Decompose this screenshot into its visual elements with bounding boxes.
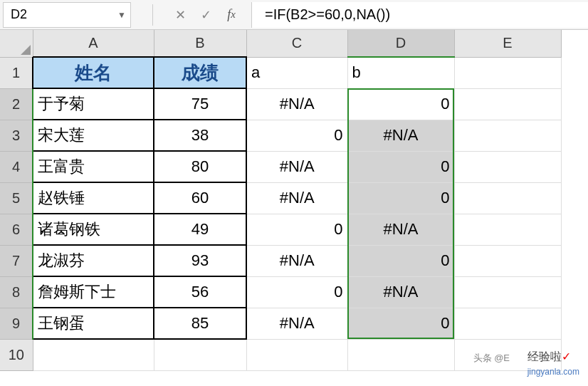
name-box-value: D2 xyxy=(11,7,27,22)
cell-D1[interactable]: b xyxy=(347,57,454,88)
cell-E3[interactable] xyxy=(454,120,561,151)
cell-E2[interactable] xyxy=(454,88,561,120)
col-header-C[interactable]: C xyxy=(246,30,347,57)
check-icon: ✓ xyxy=(562,350,571,362)
cell-C7[interactable]: #N/A xyxy=(246,245,347,276)
cell-D7[interactable]: 0 xyxy=(347,245,454,276)
enter-icon[interactable]: ✓ xyxy=(193,2,219,28)
cell-D3[interactable]: #N/A xyxy=(347,120,454,151)
cell-E8[interactable] xyxy=(454,276,561,308)
cell-E6[interactable] xyxy=(454,214,561,245)
row-header-9[interactable]: 9 xyxy=(0,308,33,339)
cell-A4[interactable]: 王富贵 xyxy=(33,151,154,182)
cell-D9[interactable]: 0 xyxy=(347,308,454,339)
cell-B10[interactable] xyxy=(154,339,246,370)
cell-D10[interactable] xyxy=(347,339,454,370)
cell-D4[interactable]: 0 xyxy=(347,151,454,182)
cell-D6[interactable]: #N/A xyxy=(347,214,454,245)
chevron-down-icon[interactable]: ▼ xyxy=(117,10,126,20)
cell-A3[interactable]: 宋大莲 xyxy=(33,120,154,151)
cell-A9[interactable]: 王钢蛋 xyxy=(33,308,154,339)
cell-C8[interactable]: 0 xyxy=(246,276,347,308)
cell-E7[interactable] xyxy=(454,245,561,276)
col-header-A[interactable]: A xyxy=(33,30,154,57)
cell-E9[interactable] xyxy=(454,308,561,339)
row-header-6[interactable]: 6 xyxy=(0,214,33,245)
cell-C10[interactable] xyxy=(246,339,347,370)
cell-C1[interactable]: a xyxy=(246,57,347,88)
cell-C2[interactable]: #N/A xyxy=(246,88,347,120)
row-header-3[interactable]: 3 xyxy=(0,120,33,151)
col-header-E[interactable]: E xyxy=(454,30,561,57)
fx-icon[interactable]: fx xyxy=(219,2,244,28)
cell-B8[interactable]: 56 xyxy=(154,276,246,308)
select-all-corner[interactable] xyxy=(0,30,33,57)
cell-E4[interactable] xyxy=(454,151,561,182)
formula-text: =IF(B2>=60,0,NA()) xyxy=(265,6,390,23)
cell-A10[interactable] xyxy=(33,339,154,370)
row-header-2[interactable]: 2 xyxy=(0,88,33,120)
cell-C3[interactable]: 0 xyxy=(246,120,347,151)
formula-bar: D2 ▼ ✕ ✓ fx =IF(B2>=60,0,NA()) xyxy=(0,0,588,30)
cell-B6[interactable]: 49 xyxy=(154,214,246,245)
cancel-icon[interactable]: ✕ xyxy=(167,2,193,28)
row-header-10[interactable]: 10 xyxy=(0,339,33,370)
cell-C5[interactable]: #N/A xyxy=(246,182,347,214)
cell-A6[interactable]: 诸葛钢铁 xyxy=(33,214,154,245)
row-header-4[interactable]: 4 xyxy=(0,151,33,182)
watermark-url: jingyanla.com xyxy=(527,367,579,377)
cell-E1[interactable] xyxy=(454,57,561,88)
row-header-1[interactable]: 1 xyxy=(0,57,33,88)
cell-A5[interactable]: 赵铁锤 xyxy=(33,182,154,214)
cell-A1[interactable]: 姓名 xyxy=(33,57,154,88)
cell-B1[interactable]: 成绩 xyxy=(154,57,246,88)
toutiao-watermark: 头条 @E xyxy=(473,352,510,365)
watermark-text: 经验啦 xyxy=(527,350,562,362)
cell-C4[interactable]: #N/A xyxy=(246,151,347,182)
cell-B7[interactable]: 93 xyxy=(154,245,246,276)
cell-A8[interactable]: 詹姆斯下士 xyxy=(33,276,154,308)
col-header-B[interactable]: B xyxy=(154,30,246,57)
name-box[interactable]: D2 ▼ xyxy=(3,2,131,28)
formula-input[interactable]: =IF(B2>=60,0,NA()) xyxy=(251,2,588,28)
divider xyxy=(152,4,153,26)
col-header-D[interactable]: D xyxy=(347,30,454,57)
row-header-5[interactable]: 5 xyxy=(0,182,33,214)
cell-B9[interactable]: 85 xyxy=(154,308,246,339)
cell-B2[interactable]: 75 xyxy=(154,88,246,120)
cell-C6[interactable]: 0 xyxy=(246,214,347,245)
grid-area: A B C D E 1 姓名 成绩 a b 2 于予菊 75 #N/A 0 3 … xyxy=(0,30,588,371)
cell-E5[interactable] xyxy=(454,182,561,214)
cell-B3[interactable]: 38 xyxy=(154,120,246,151)
watermark: 经验啦✓ jingyanla.com xyxy=(527,350,579,377)
cell-D2[interactable]: 0 xyxy=(347,88,454,120)
row-header-7[interactable]: 7 xyxy=(0,245,33,276)
cell-A2[interactable]: 于予菊 xyxy=(33,88,154,120)
cell-B4[interactable]: 80 xyxy=(154,151,246,182)
cell-B5[interactable]: 60 xyxy=(154,182,246,214)
cell-C9[interactable]: #N/A xyxy=(246,308,347,339)
cell-D5[interactable]: 0 xyxy=(347,182,454,214)
row-header-8[interactable]: 8 xyxy=(0,276,33,308)
spreadsheet-grid[interactable]: A B C D E 1 姓名 成绩 a b 2 于予菊 75 #N/A 0 3 … xyxy=(0,30,562,371)
cell-A7[interactable]: 龙淑芬 xyxy=(33,245,154,276)
cell-D8[interactable]: #N/A xyxy=(347,276,454,308)
